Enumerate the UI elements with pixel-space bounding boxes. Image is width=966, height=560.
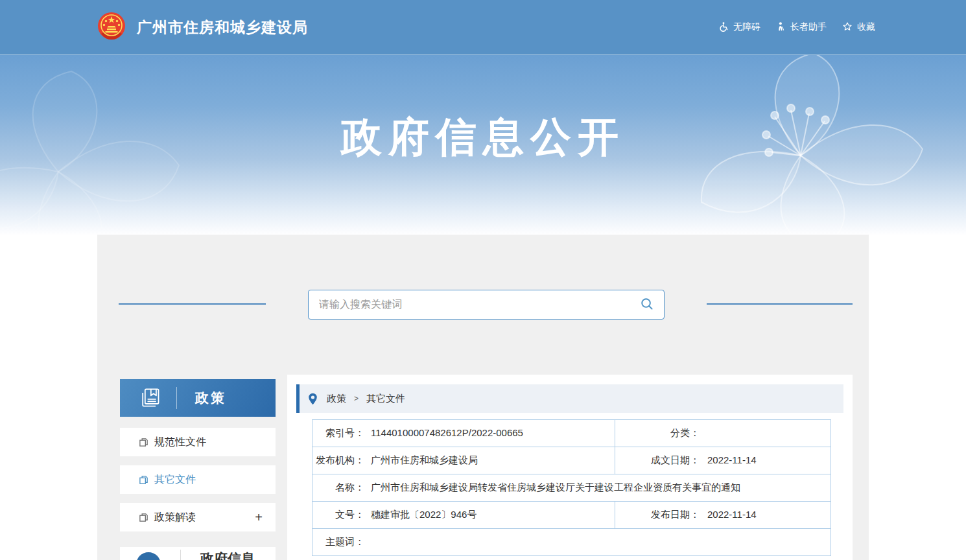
- index-number-cell: 索引号：11440100007482612P/2022-00665: [312, 420, 615, 447]
- index-number-value: 11440100007482612P/2022-00665: [371, 427, 523, 438]
- main-container: 政策 规范性文件 其它文件: [97, 235, 869, 560]
- menu-label: 规范性文件: [154, 436, 206, 449]
- table-row: 主题词：: [312, 529, 831, 556]
- national-emblem-logo: [96, 10, 127, 44]
- search-icon: [639, 296, 654, 313]
- sidebar-item-policy-interpretation[interactable]: 政策解读 +: [120, 503, 276, 531]
- sidebar-header-divider: [176, 387, 177, 409]
- elder-assistant-icon: [776, 21, 786, 34]
- page: 广州市住房和城乡建设局 无障碍: [0, 0, 966, 560]
- breadcrumb: 政策 > 其它文件: [296, 384, 843, 413]
- document-name-cell: 名称：广州市住房和城乡建设局转发省住房城乡建设厅关于建设工程企业资质有关事宜的通…: [312, 474, 831, 502]
- sidebar-next-title: 政府信息公开: [200, 550, 265, 560]
- index-number-label: 索引号：: [312, 427, 364, 439]
- book-icon: [137, 386, 162, 410]
- document-icon: [139, 475, 148, 485]
- star-icon: [842, 21, 853, 34]
- sidebar: 政策 规范性文件 其它文件: [120, 379, 276, 560]
- search-box: [308, 290, 665, 320]
- elder-assistant-label: 长者助手: [790, 21, 827, 33]
- doc-number-value: 穗建审批〔2022〕946号: [371, 509, 477, 520]
- favorite-link[interactable]: 收藏: [842, 21, 875, 34]
- publish-date-label: 发布日期：: [615, 509, 700, 521]
- category-cell: 分类：: [615, 420, 831, 447]
- expand-plus-icon[interactable]: +: [255, 510, 263, 525]
- sidebar-section-policy[interactable]: 政策: [120, 379, 276, 417]
- sidebar-next-divider: [180, 550, 181, 560]
- publish-date-cell: 发布日期：2022-11-14: [615, 502, 831, 529]
- brand: 广州市住房和城乡建设局: [96, 10, 308, 44]
- publisher-value: 广州市住房和城乡建设局: [371, 454, 478, 465]
- gov-info-icon: [136, 552, 161, 560]
- publisher-label: 发布机构：: [312, 454, 364, 467]
- header-links: 无障碍 长者助手 收藏: [718, 21, 875, 34]
- table-row: 发布机构：广州市住房和城乡建设局 成文日期：2022-11-14: [312, 447, 831, 474]
- favorite-label: 收藏: [857, 21, 875, 33]
- document-name-value: 广州市住房和城乡建设局转发省住房城乡建设厅关于建设工程企业资质有关事宜的通知: [371, 482, 740, 493]
- elder-assistant-link[interactable]: 长者助手: [776, 21, 827, 34]
- sidebar-section-gov-info[interactable]: 政府信息公开: [120, 547, 276, 560]
- table-row: 索引号：11440100007482612P/2022-00665 分类：: [312, 420, 831, 447]
- publish-date-value: 2022-11-14: [707, 509, 757, 520]
- keywords-cell: 主题词：: [312, 529, 831, 556]
- page-title: 政府信息公开: [0, 113, 966, 160]
- menu-label: 其它文件: [154, 473, 196, 487]
- sidebar-item-other-docs[interactable]: 其它文件: [120, 465, 276, 494]
- top-header: 广州市住房和城乡建设局 无障碍: [0, 0, 966, 55]
- search-input[interactable]: [309, 290, 630, 319]
- breadcrumb-separator: >: [354, 394, 359, 403]
- written-date-label: 成文日期：: [615, 454, 700, 467]
- accessibility-link[interactable]: 无障碍: [718, 21, 760, 34]
- location-pin-icon: [308, 393, 318, 405]
- sidebar-section-title: 政策: [195, 389, 226, 407]
- document-icon: [139, 438, 148, 447]
- search-divider-right: [707, 303, 853, 305]
- sidebar-item-normative-docs[interactable]: 规范性文件: [120, 428, 276, 456]
- table-row: 文号：穗建审批〔2022〕946号 发布日期：2022-11-14: [312, 502, 831, 529]
- accessibility-icon: [718, 21, 729, 34]
- search-button[interactable]: [630, 296, 664, 313]
- search-divider-left: [119, 303, 266, 305]
- content-panel: 政策 > 其它文件 索引号：11440100007482612P/2022-00…: [287, 375, 853, 560]
- document-name-label: 名称：: [312, 482, 364, 494]
- document-info-table: 索引号：11440100007482612P/2022-00665 分类： 发布…: [312, 419, 831, 556]
- site-title: 广州市住房和城乡建设局: [137, 18, 308, 38]
- accessibility-label: 无障碍: [733, 21, 760, 33]
- document-icon: [139, 513, 148, 522]
- menu-label: 政策解读: [154, 511, 196, 524]
- doc-number-label: 文号：: [312, 509, 364, 521]
- table-row: 名称：广州市住房和城乡建设局转发省住房城乡建设厅关于建设工程企业资质有关事宜的通…: [312, 474, 831, 502]
- keywords-label: 主题词：: [312, 536, 364, 548]
- banner: 政府信息公开: [0, 55, 966, 235]
- written-date-cell: 成文日期：2022-11-14: [615, 447, 831, 474]
- written-date-value: 2022-11-14: [707, 454, 757, 465]
- doc-number-cell: 文号：穗建审批〔2022〕946号: [312, 502, 615, 529]
- publisher-cell: 发布机构：广州市住房和城乡建设局: [312, 447, 615, 474]
- breadcrumb-current[interactable]: 其它文件: [366, 393, 405, 405]
- category-label: 分类：: [615, 427, 700, 439]
- breadcrumb-policy[interactable]: 政策: [327, 393, 346, 405]
